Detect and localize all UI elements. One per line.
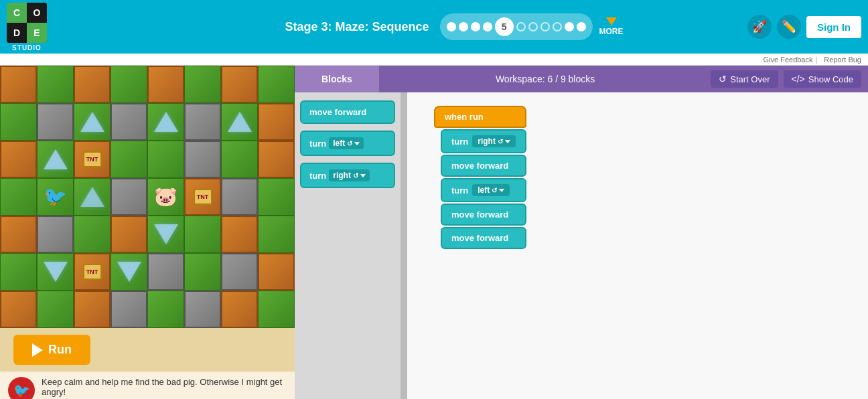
cell-6-7 — [258, 291, 295, 328]
refresh-icon: ↺ — [347, 140, 352, 147]
bottom-text: Keep calm and help me find the bad pig. … — [42, 377, 287, 397]
give-feedback-link[interactable]: Give Feedback — [764, 56, 813, 64]
dot-6[interactable] — [516, 22, 526, 31]
turn-right-block[interactable]: turn right ↺ — [300, 163, 395, 188]
triangle-icon — [228, 112, 252, 132]
panel-divider — [402, 92, 407, 399]
turn-right-dropdown[interactable]: right ↺ — [329, 169, 370, 181]
workspace-body: move forward turn left ↺ turn right ↺ — [295, 92, 868, 399]
dot-3[interactable] — [471, 22, 480, 31]
cell-4-6 — [221, 216, 258, 253]
more-button[interactable]: MORE — [599, 17, 624, 36]
cell-6-5 — [184, 291, 221, 328]
rocket-button[interactable]: 🚀 — [747, 15, 772, 39]
move-forward-label: move forward — [309, 107, 366, 117]
cell-0-1 — [37, 66, 74, 103]
start-over-button[interactable]: ↺ Start Over — [711, 70, 778, 88]
move3-code-block[interactable]: move forward — [441, 227, 526, 249]
logo-c: C — [7, 3, 27, 23]
show-code-button[interactable]: </> Show Code — [784, 70, 861, 88]
left-panel: TNT 🐦 🐷 TNT T — [0, 66, 295, 399]
sign-in-button[interactable]: Sign In — [806, 16, 861, 38]
turn-label: turn — [451, 137, 468, 147]
cell-5-4 — [147, 253, 184, 291]
cell-3-1-bird: 🐦 — [37, 178, 74, 216]
cell-2-3 — [111, 141, 147, 178]
dot-8[interactable] — [540, 22, 550, 31]
turn-right-code-block[interactable]: turn right ↺ — [441, 129, 526, 153]
code-studio-logo[interactable]: C O D E — [7, 3, 47, 43]
cell-4-4 — [147, 216, 184, 253]
run-area: Run — [0, 328, 295, 372]
move2-code-block[interactable]: move forward — [441, 204, 526, 226]
triangle-down-icon — [154, 224, 178, 244]
cell-6-3 — [111, 291, 147, 328]
cell-2-7 — [258, 141, 295, 178]
run-button[interactable]: Run — [13, 335, 90, 365]
turn-label-1: turn — [309, 139, 326, 149]
feedback-separator: | — [815, 56, 817, 64]
refresh-icon-3: ↺ — [498, 138, 503, 145]
cell-6-1 — [37, 291, 74, 328]
when-run-block[interactable]: when run — [434, 106, 526, 128]
turn-left-dropdown[interactable]: left ↺ — [329, 137, 364, 149]
cell-3-0 — [0, 178, 37, 216]
stage-info: Stage 3: Maze: Sequence 5 MORE — [47, 13, 861, 40]
cell-5-1 — [37, 253, 74, 291]
move2-label: move forward — [451, 210, 508, 220]
dot-9[interactable] — [553, 22, 562, 31]
code-workspace[interactable]: when run turn right ↺ move forward — [407, 92, 868, 399]
turn-left-block[interactable]: turn left ↺ — [300, 131, 395, 156]
top-bar: C O D E STUDIO Stage 3: Maze: Sequence 5… — [0, 0, 868, 54]
dot-10[interactable] — [565, 22, 574, 31]
turn-left-code-block[interactable]: turn left ↺ — [441, 178, 526, 202]
tnt-box: TNT — [83, 151, 102, 167]
cell-3-6 — [221, 178, 258, 216]
top-right-actions: 🚀 ✏️ Sign In — [747, 15, 861, 39]
cell-5-5 — [184, 253, 221, 291]
cell-4-1 — [37, 216, 74, 253]
logo-o: O — [27, 3, 47, 23]
triangle-icon — [80, 187, 104, 207]
bottom-message: 🐦 Keep calm and help me find the bad pig… — [0, 372, 295, 399]
report-bug-link[interactable]: Report Bug — [824, 56, 861, 64]
run-label: Run — [48, 343, 72, 357]
cell-1-5 — [184, 103, 221, 141]
dot-5-active[interactable]: 5 — [495, 17, 514, 36]
cell-1-1 — [37, 103, 74, 141]
move3-label: move forward — [451, 233, 508, 243]
main-content: TNT 🐦 🐷 TNT T — [0, 66, 868, 399]
dot-7[interactable] — [528, 22, 538, 31]
dot-1[interactable] — [447, 22, 456, 31]
cell-4-3 — [111, 216, 147, 253]
start-over-label: Start Over — [730, 74, 770, 84]
stage-title: Stage 3: Maze: Sequence — [285, 20, 429, 34]
right-panel: Blocks Workspace: 6 / 9 blocks ↺ Start O… — [295, 66, 868, 399]
dot-4[interactable] — [483, 22, 492, 31]
cell-2-4 — [147, 141, 184, 178]
left-dir: left — [478, 185, 490, 195]
code-icon: </> — [792, 74, 805, 84]
cell-6-4 — [147, 291, 184, 328]
right-dropdown[interactable]: right ↺ — [472, 135, 516, 147]
dot-2[interactable] — [459, 22, 468, 31]
restart-icon: ↺ — [719, 74, 727, 84]
dot-11[interactable] — [577, 22, 586, 31]
left-dropdown[interactable]: left ↺ — [472, 184, 510, 196]
pencil-button[interactable]: ✏️ — [777, 15, 801, 39]
cell-5-2-tnt: TNT — [74, 253, 111, 291]
cell-2-6 — [221, 141, 258, 178]
tnt-box: TNT — [83, 264, 102, 280]
cell-1-4 — [147, 103, 184, 141]
right-dir: right — [478, 137, 496, 146]
move-forward-block[interactable]: move forward — [300, 100, 395, 124]
logo-d: D — [7, 23, 27, 43]
cell-6-6 — [221, 291, 258, 328]
cell-1-6 — [221, 103, 258, 141]
cell-3-7 — [258, 178, 295, 216]
blocks-tab[interactable]: Blocks — [295, 66, 380, 92]
cell-1-7 — [258, 103, 295, 141]
move1-code-block[interactable]: move forward — [441, 155, 526, 177]
cell-4-2 — [74, 216, 111, 253]
blocks-panel: move forward turn left ↺ turn right ↺ — [295, 92, 402, 399]
